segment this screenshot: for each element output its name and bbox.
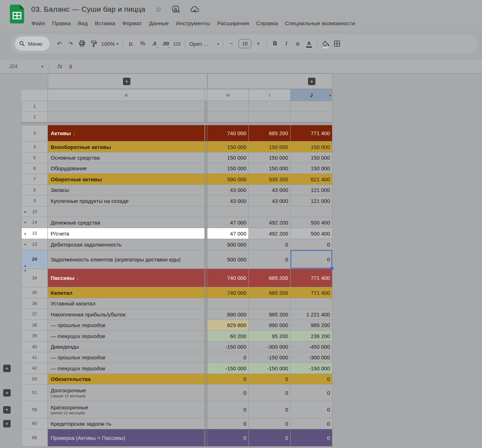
- menu-format[interactable]: Формат: [119, 18, 145, 28]
- decrease-decimal-button[interactable]: .0 ←: [148, 37, 160, 50]
- cell-I50[interactable]: 0: [249, 374, 291, 385]
- column-header-H[interactable]: H: [207, 89, 249, 101]
- cell-I37[interactable]: 985 200: [249, 309, 291, 320]
- cell-J60[interactable]: 0: [291, 418, 332, 429]
- row-header-15[interactable]: ▲15: [21, 228, 48, 239]
- cell-H60[interactable]: 0: [207, 418, 249, 429]
- cell-A42[interactable]: — текущих периодов: [48, 363, 205, 374]
- cell-I6[interactable]: 150 000: [249, 163, 291, 174]
- cell-J15[interactable]: 500 400: [291, 228, 332, 239]
- menu-accessibility[interactable]: Специальные возможности: [281, 18, 359, 28]
- document-title[interactable]: 03. Баланс — Суши бар и пицца: [31, 5, 145, 13]
- cell-A60[interactable]: Кредиторская задолж-ть: [48, 418, 205, 429]
- cell-H36[interactable]: [207, 298, 249, 309]
- row-header-4[interactable]: 4: [21, 142, 48, 153]
- row-header-42[interactable]: 42: [21, 363, 48, 374]
- cell-A36[interactable]: Уставный капитал: [48, 298, 205, 309]
- cell-A50[interactable]: Обязательства: [48, 374, 205, 385]
- column-group-expand-button[interactable]: +: [123, 78, 130, 85]
- cell-J3[interactable]: 771 400: [291, 125, 332, 142]
- menu-data[interactable]: Данные: [145, 18, 172, 28]
- row-header-6[interactable]: 6: [21, 163, 48, 174]
- cell-J41[interactable]: -300 000: [291, 352, 332, 363]
- row-header-5[interactable]: 5: [21, 153, 48, 163]
- cell-H39[interactable]: 60 200: [207, 331, 249, 342]
- row-header-60[interactable]: 60: [21, 418, 48, 429]
- move-to-drive-icon[interactable]: [172, 5, 180, 13]
- cell-J68[interactable]: 0: [291, 429, 332, 447]
- cell-H34[interactable]: 740 000: [207, 269, 249, 287]
- cell-A51[interactable]: Долгосрочные(свыше 12 месяцев): [48, 385, 205, 401]
- cell-J9[interactable]: 121 000: [291, 195, 332, 206]
- row-group-expand-button[interactable]: +: [3, 406, 11, 414]
- cell-A24[interactable]: Задолженность клиентов (агрегаторы доста…: [48, 250, 205, 269]
- cell-A5[interactable]: Основные средства: [48, 153, 205, 163]
- cell-J8[interactable]: 121 000: [291, 185, 332, 195]
- cell-I39[interactable]: 95 200: [249, 331, 291, 342]
- cell-H41[interactable]: 0: [207, 352, 249, 363]
- undo-button[interactable]: ↶: [54, 37, 65, 50]
- cell-H23[interactable]: 500 000: [207, 239, 249, 250]
- row-header-35[interactable]: 35: [21, 287, 48, 298]
- column-group-expand-button[interactable]: +: [308, 78, 315, 85]
- cell-H68[interactable]: 0: [207, 429, 249, 447]
- cell-J6[interactable]: 150 000: [291, 163, 332, 174]
- row-group-expand-button[interactable]: +: [3, 365, 11, 372]
- cell-H9[interactable]: 43 000: [207, 195, 249, 206]
- row-header-24[interactable]: ▲24: [21, 250, 48, 269]
- cell-J1[interactable]: [291, 101, 332, 112]
- cell-H5[interactable]: 150 000: [207, 153, 249, 163]
- row-header-51[interactable]: 51: [21, 385, 48, 401]
- menu-help[interactable]: Справка: [253, 18, 281, 28]
- zoom-select[interactable]: 100% ▾: [99, 41, 120, 47]
- cell-H1[interactable]: [207, 101, 249, 112]
- cell-I56[interactable]: 0: [249, 401, 291, 418]
- row-header-41[interactable]: 41: [21, 352, 48, 363]
- cell-I24[interactable]: 0: [249, 250, 291, 269]
- cell-A2[interactable]: [48, 112, 205, 122]
- cell-H14[interactable]: 47 000: [207, 217, 249, 228]
- row-header-68[interactable]: 68: [21, 429, 48, 447]
- row-group-toggle[interactable]: ▲: [24, 210, 27, 213]
- cell-J2[interactable]: [291, 112, 332, 122]
- cell-I14[interactable]: 492 200: [249, 217, 291, 228]
- paint-format-icon[interactable]: [88, 37, 99, 50]
- row-header-40[interactable]: 40: [21, 342, 48, 352]
- row-header-56[interactable]: 56: [21, 401, 48, 418]
- cell-H8[interactable]: 43 000: [207, 185, 249, 195]
- cell-H51[interactable]: 0: [207, 385, 249, 401]
- italic-button[interactable]: I: [281, 37, 292, 50]
- row-group-toggle[interactable]: ▲: [24, 264, 27, 267]
- menu-file[interactable]: Файл: [28, 18, 49, 28]
- cell-I5[interactable]: 150 000: [249, 153, 291, 163]
- cell-J37[interactable]: 1 221 400: [291, 309, 332, 320]
- strikethrough-button[interactable]: S: [292, 37, 303, 50]
- cell-A1[interactable]: [48, 101, 205, 112]
- cell-J36[interactable]: [291, 298, 332, 309]
- cell-A56[interactable]: Краткосрочные(менее 12 месяцев): [48, 401, 205, 418]
- redo-button[interactable]: ↷: [65, 37, 77, 50]
- menu-insert[interactable]: Вставка: [91, 18, 119, 28]
- cell-J5[interactable]: 150 000: [291, 153, 332, 163]
- sheets-logo-icon[interactable]: [10, 5, 24, 23]
- menu-edit[interactable]: Правка: [49, 18, 74, 28]
- cell-J50[interactable]: 0: [291, 374, 332, 385]
- borders-button[interactable]: [331, 37, 343, 50]
- star-icon[interactable]: ☆: [155, 5, 162, 13]
- cell-J4[interactable]: 150 000: [291, 142, 332, 153]
- cell-I38[interactable]: 890 000: [249, 320, 291, 331]
- cell-A37[interactable]: Накопленная прибыль/убыток:: [48, 309, 205, 320]
- cell-A9[interactable]: Купленные продукты на складе: [48, 195, 205, 206]
- cell-A4[interactable]: Внеоборотные активы: [48, 142, 205, 153]
- menu-tools[interactable]: Инструменты: [172, 18, 214, 28]
- cell-I15[interactable]: 492 200: [249, 228, 291, 239]
- cell-I3[interactable]: 685 200: [249, 125, 291, 142]
- cell-I36[interactable]: [249, 298, 291, 309]
- row-header-1[interactable]: 1: [21, 101, 48, 112]
- cell-A6[interactable]: Оборудование: [48, 163, 205, 174]
- cell-I23[interactable]: 0: [249, 239, 291, 250]
- cloud-saved-icon[interactable]: [190, 5, 200, 13]
- cell-A10[interactable]: [48, 206, 205, 217]
- cell-J51[interactable]: 0: [291, 385, 332, 401]
- row-header-34[interactable]: ▼34: [21, 269, 48, 287]
